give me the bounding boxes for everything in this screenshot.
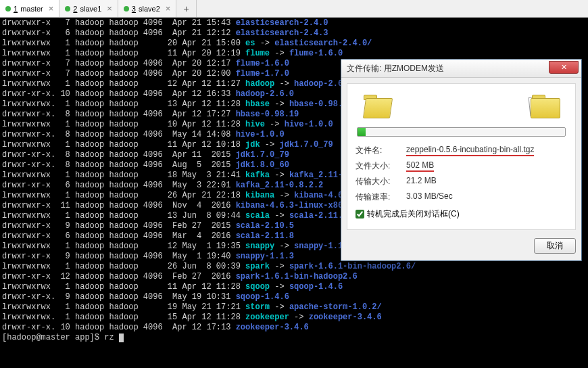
progress-fill bbox=[358, 128, 366, 136]
tab-close-icon[interactable]: × bbox=[107, 3, 112, 14]
dialog-title: 文件传输: 用ZMODEM发送 bbox=[347, 63, 444, 74]
status-dot-icon bbox=[65, 6, 70, 12]
prompt-line: [hadoop@master app]$ rz bbox=[2, 333, 586, 343]
status-dot-icon bbox=[5, 6, 11, 12]
ls-row: drwxrwxr-x 7 hadoop hadoop 4096 Apr 21 1… bbox=[2, 18, 586, 28]
tab-slave2[interactable]: 3 slave2 × bbox=[118, 0, 177, 17]
ls-row: drwxr-xr-x. 10 hadoop hadoop 4096 Apr 12… bbox=[2, 323, 586, 333]
close-icon: ✕ bbox=[561, 63, 567, 71]
dialog-titlebar[interactable]: 文件传输: 用ZMODEM发送 ✕ bbox=[341, 60, 581, 78]
tab-close-icon[interactable]: × bbox=[166, 3, 171, 14]
status-dot-icon bbox=[124, 6, 129, 12]
ls-row: lrwxrwxrwx. 1 hadoop hadoop 15 Apr 12 11… bbox=[2, 313, 586, 323]
ls-row: lrwxrwxrwx 1 hadoop hadoop 20 Apr 21 15:… bbox=[2, 39, 586, 49]
rate-label: 传输速率: bbox=[356, 191, 406, 203]
checkbox-label: 转机完成后关闭对话框(C) bbox=[367, 208, 460, 220]
tab-label: slave1 bbox=[80, 5, 101, 13]
transfer-icons bbox=[356, 91, 567, 127]
transferred-label: 传输大小: bbox=[356, 176, 406, 187]
progress-bar bbox=[357, 127, 566, 137]
tab-slave1[interactable]: 2 slave1 × bbox=[59, 0, 118, 17]
cursor bbox=[119, 334, 124, 342]
tab-bar: 1 master × 2 slave1 × 3 slave2 × + bbox=[0, 0, 588, 18]
cancel-button[interactable]: 取消 bbox=[534, 238, 576, 254]
tab-label: master bbox=[20, 5, 43, 13]
transferred-value: 21.2 MB bbox=[406, 176, 567, 187]
folder-source-icon bbox=[362, 95, 392, 118]
dialog-body: 文件名: zeppelin-0.5.6-incubating-bin-all.t… bbox=[347, 83, 576, 230]
close-button[interactable]: ✕ bbox=[549, 61, 579, 74]
dialog-buttons: 取消 bbox=[341, 235, 581, 260]
tab-close-icon[interactable]: × bbox=[49, 3, 54, 14]
filename-label: 文件名: bbox=[356, 145, 406, 156]
tab-number: 2 bbox=[73, 5, 77, 13]
close-after-checkbox[interactable] bbox=[356, 210, 364, 218]
ls-row: lrwxrwxrwx 1 hadoop hadoop 11 Apr 20 12:… bbox=[2, 49, 586, 59]
tab-add-button[interactable]: + bbox=[176, 0, 196, 17]
tab-number: 3 bbox=[132, 5, 136, 13]
transfer-fields: 文件名: zeppelin-0.5.6-incubating-bin-all.t… bbox=[356, 145, 567, 203]
close-after-checkbox-row: 转机完成后关闭对话框(C) bbox=[356, 208, 567, 220]
filesize-label: 文件大小: bbox=[356, 160, 406, 172]
folder-dest-icon bbox=[531, 95, 560, 118]
tab-label: slave2 bbox=[139, 5, 160, 13]
file-transfer-dialog: 文件传输: 用ZMODEM发送 ✕ 文件名: zeppelin-0.5.6-in… bbox=[341, 59, 582, 261]
ls-row: lrwxrwxrwx 1 hadoop hadoop 11 Apr 12 11:… bbox=[2, 282, 586, 292]
tab-number: 1 bbox=[14, 5, 18, 13]
ls-row: drwxr-xr-x. 9 hadoop hadoop 4096 May 19 … bbox=[2, 292, 586, 302]
ls-row: lrwxrwxrwx 1 hadoop hadoop 26 Jun 8 00:3… bbox=[2, 262, 586, 272]
ls-row: lrwxrwxrwx 1 hadoop hadoop 19 May 21 17:… bbox=[2, 302, 586, 313]
tab-master[interactable]: 1 master × bbox=[0, 0, 59, 17]
rate-value: 3.03 MB/Sec bbox=[406, 191, 567, 203]
ls-row: drwxrwxr-x 6 hadoop hadoop 4096 Apr 21 1… bbox=[2, 28, 586, 39]
filename-value: zeppelin-0.5.6-incubating-bin-all.tgz bbox=[406, 145, 534, 156]
filesize-value: 502 MB bbox=[406, 160, 434, 172]
ls-row: drwxr-xr-x 12 hadoop hadoop 4096 Feb 27 … bbox=[2, 272, 586, 282]
